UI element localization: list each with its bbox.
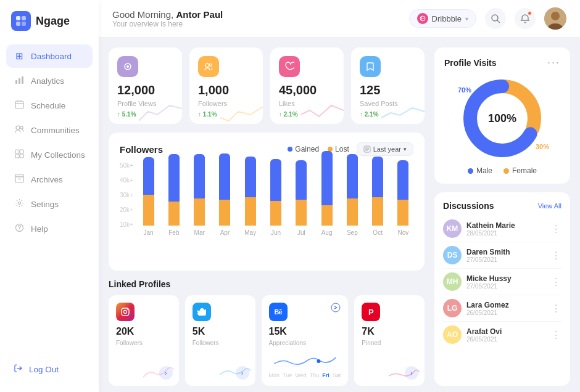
discussion-more-button[interactable]: ⋮ [551, 250, 561, 261]
discussion-name: Kathein Marie [466, 221, 546, 230]
discussion-more-button[interactable]: ⋮ [551, 223, 561, 235]
page-content: 12,000 Profile Views ↑ 5.1% 1,000 Follow… [99, 38, 580, 392]
svg-point-40 [127, 309, 128, 311]
discussion-more-button[interactable]: ⋮ [551, 303, 561, 314]
bar-group-feb: Feb [164, 154, 184, 236]
discussion-more-button[interactable]: ⋮ [551, 276, 561, 288]
sidebar-footer: Log Out [0, 357, 99, 381]
discussion-info: Kathein Marie 28/05/2021 [466, 221, 546, 237]
profile-views-value: 12,000 [117, 83, 173, 97]
svg-point-31 [126, 65, 129, 68]
collections-icon [14, 149, 25, 160]
schedule-icon [14, 100, 25, 111]
svg-line-26 [497, 20, 500, 23]
likes-value: 45,000 [279, 83, 335, 97]
sidebar-item-communities[interactable]: Communities [6, 118, 93, 142]
linked-profiles-section: Linked Profiles 20K Followers › [109, 279, 425, 386]
discussion-name: Daren Smith [466, 248, 546, 256]
search-button[interactable] [485, 8, 506, 29]
sidebar-item-archives[interactable]: Archives [6, 168, 93, 191]
discussion-name: Micke Hussy [466, 274, 546, 283]
bar-group-sep: Sep [342, 154, 362, 236]
twitter-value: 5K [193, 326, 248, 337]
discussion-name: Arafat Ovi [466, 327, 546, 336]
sidebar-label-settings: Setings [31, 200, 59, 209]
left-panel: 12,000 Profile Views ↑ 5.1% 1,000 Follow… [109, 47, 425, 386]
settings-icon [14, 198, 25, 210]
svg-point-28 [551, 12, 560, 20]
svg-rect-7 [15, 101, 23, 108]
stat-cards-row: 12,000 Profile Views ↑ 5.1% 1,000 Follow… [109, 47, 425, 124]
discussion-info: Arafat Ovi 26/05/2021 [466, 327, 546, 343]
filter-label: Last year [373, 145, 401, 153]
svg-point-11 [16, 126, 20, 129]
svg-rect-38 [122, 308, 129, 316]
linked-cards-row: 20K Followers › 5K Followers › [109, 295, 425, 386]
y-axis: 50k+ 40k+ 30k+ 20k+ 10k+ [120, 162, 133, 236]
profile-visits-more[interactable]: ··· [547, 56, 560, 69]
bar-group-nov: Nov [393, 160, 413, 236]
discussion-avatar: DS [443, 246, 462, 264]
sidebar-label-help: Help [31, 224, 48, 234]
chart-filter-button[interactable]: Last year ▾ [357, 142, 413, 156]
bar-group-jan: Jan [138, 157, 159, 236]
discussion-date: 27/05/2021 [466, 283, 546, 290]
greeting-section: Good Morning, Antor Paul Your overview i… [112, 9, 400, 28]
donut-chart: 100% 70% 30% [444, 75, 560, 161]
chevron-down-icon: ▾ [465, 15, 468, 22]
discussions-card: Discussions View All KM Kathein Marie 28… [434, 192, 570, 386]
pv-legend: Male Female [444, 166, 560, 175]
twitter-icon [193, 303, 211, 321]
sidebar-item-dashboard[interactable]: ⊞ Dashboard [6, 44, 93, 68]
sidebar-item-schedule[interactable]: Schedule [6, 94, 93, 117]
discussion-name: Lara Gomez [466, 301, 546, 309]
platform-selector[interactable]: Dribbble ▾ [409, 9, 476, 28]
user-name: Antor Paul [176, 9, 223, 20]
sidebar-item-analytics[interactable]: Analytics [6, 69, 93, 92]
male-dot [468, 168, 473, 174]
svg-point-42 [317, 359, 320, 363]
svg-point-32 [205, 63, 209, 67]
stat-card-likes: 45,000 Likes ↑ 2.1% [270, 47, 344, 124]
analytics-icon [14, 75, 25, 86]
sidebar-item-help[interactable]: Help [6, 217, 93, 240]
svg-rect-13 [15, 150, 19, 153]
filter-chevron: ▾ [404, 146, 407, 152]
notification-button[interactable] [515, 8, 536, 29]
archives-icon [14, 174, 25, 185]
followers-value: 1,000 [198, 83, 254, 97]
logout-button[interactable]: Log Out [6, 357, 93, 381]
saved-posts-value: 125 [360, 83, 416, 97]
sidebar-item-settings[interactable]: Setings [6, 192, 93, 216]
female-dot [503, 168, 509, 174]
svg-point-22 [19, 229, 19, 230]
bar-group-aug: Aug [317, 151, 337, 236]
svg-rect-2 [16, 22, 20, 26]
logo-icon [11, 11, 31, 31]
discussions-header: Discussions View All [443, 201, 561, 211]
instagram-label: Followers [116, 340, 172, 346]
discussion-more-button[interactable]: ⋮ [551, 329, 561, 341]
user-avatar[interactable] [544, 7, 566, 30]
view-all-button[interactable]: View All [538, 202, 561, 210]
sidebar: Ngage ⊞ Dashboard Analytics Schedule Com… [0, 0, 99, 392]
linked-card-behance: Bē 15K Appreciations MonTueWedThuFriSat [262, 295, 349, 386]
communities-icon [14, 125, 25, 136]
female-percent-label: 30% [536, 143, 549, 150]
svg-rect-14 [20, 150, 23, 153]
discussion-avatar: KM [443, 219, 462, 238]
behance-value: 15K [269, 326, 341, 337]
discussion-info: Daren Smith 27/05/2021 [466, 248, 546, 263]
discussion-date: 26/05/2021 [466, 309, 546, 316]
sidebar-item-collections[interactable]: My Collections [6, 143, 93, 166]
svg-point-20 [18, 202, 20, 205]
main-content: Good Morning, Antor Paul Your overview i… [99, 0, 580, 392]
twitter-label: Followers [193, 340, 248, 346]
sidebar-label-schedule: Schedule [31, 101, 65, 110]
discussion-avatar: AO [443, 325, 462, 344]
discussions-title: Discussions [443, 201, 494, 211]
topbar-right: Dribbble ▾ [409, 7, 566, 30]
svg-rect-5 [19, 78, 20, 84]
bar-group-mar: Mar [189, 154, 210, 236]
bar-group-apr: Apr [215, 153, 235, 236]
